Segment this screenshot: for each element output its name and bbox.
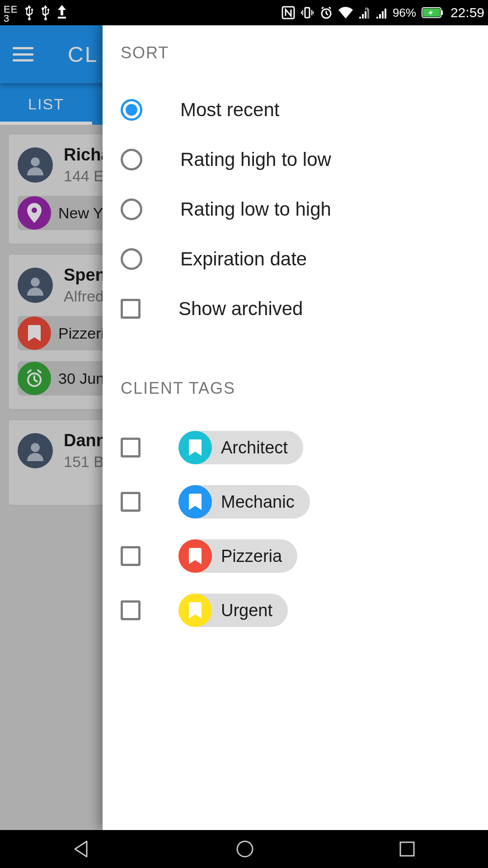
tag-label: Urgent bbox=[221, 601, 272, 620]
usb-icon bbox=[24, 5, 34, 20]
tag-label: Mechanic bbox=[221, 492, 295, 512]
tag-label: Pizzeria bbox=[221, 547, 282, 566]
avatar-icon bbox=[18, 147, 53, 183]
app-title: CL bbox=[68, 42, 98, 67]
tag-filter-architect[interactable]: Architect bbox=[121, 420, 370, 475]
tag-pill: Urgent bbox=[178, 594, 288, 627]
sort-option-label: Rating high to low bbox=[180, 149, 331, 170]
sort-option-rating-high-low[interactable]: Rating high to low bbox=[121, 135, 370, 184]
status-bar: EE 3 R 96% bbox=[0, 0, 370, 25]
carrier-label: EE 3 bbox=[4, 5, 18, 23]
bookmark-icon bbox=[18, 316, 51, 350]
sort-option-expiration-date[interactable]: Expiration date bbox=[121, 234, 370, 284]
sort-option-label: Rating low to high bbox=[180, 198, 331, 220]
radio-icon[interactable] bbox=[121, 198, 142, 220]
tag-pill: Architect bbox=[178, 431, 303, 464]
checkbox-icon[interactable] bbox=[121, 600, 141, 620]
usb-icon bbox=[40, 5, 50, 20]
sort-section-title: SORT bbox=[121, 43, 370, 62]
status-right: R 96% 22:59 bbox=[282, 5, 370, 20]
sort-option-label: Show archived bbox=[178, 298, 303, 320]
carrier-sub: 3 bbox=[4, 14, 18, 23]
location-pin-icon bbox=[18, 196, 51, 230]
bookmark-icon bbox=[178, 539, 212, 573]
tag-filter-pizzeria[interactable]: Pizzeria bbox=[121, 529, 370, 583]
svg-rect-1 bbox=[305, 8, 310, 18]
alarm-icon bbox=[319, 6, 333, 19]
svg-point-8 bbox=[32, 208, 37, 213]
avatar-icon bbox=[18, 433, 53, 468]
sort-option-show-archived[interactable]: Show archived bbox=[121, 284, 370, 334]
radio-icon[interactable] bbox=[121, 99, 142, 121]
filter-drawer: SORT Most recent Rating high to low Rati… bbox=[103, 25, 370, 658]
wifi-icon bbox=[338, 7, 353, 19]
radio-icon[interactable] bbox=[121, 248, 142, 270]
tag-filter-urgent[interactable]: Urgent bbox=[121, 583, 370, 637]
alarm-icon bbox=[18, 362, 51, 395]
tag-label: Architect bbox=[221, 438, 288, 458]
bookmark-icon bbox=[178, 485, 212, 519]
tag-pill: Pizzeria bbox=[178, 539, 297, 573]
sort-option-label: Expiration date bbox=[180, 248, 307, 270]
nfc-icon bbox=[282, 6, 295, 19]
bookmark-icon bbox=[178, 594, 212, 627]
avatar-icon bbox=[18, 268, 53, 303]
tab-list-label: LIST bbox=[28, 95, 64, 113]
svg-point-9 bbox=[31, 278, 40, 287]
bookmark-icon bbox=[178, 431, 212, 464]
sort-option-rating-low-high[interactable]: Rating low to high bbox=[121, 184, 370, 234]
tag-filter-mechanic[interactable]: Mechanic bbox=[121, 475, 370, 529]
checkbox-icon[interactable] bbox=[121, 299, 141, 319]
status-left: EE 3 bbox=[4, 2, 67, 23]
checkbox-icon[interactable] bbox=[121, 546, 141, 566]
svg-text:R: R bbox=[365, 7, 368, 11]
sort-option-most-recent[interactable]: Most recent bbox=[121, 85, 370, 135]
tags-section-title: CLIENT TAGS bbox=[121, 379, 370, 398]
svg-point-7 bbox=[31, 157, 40, 166]
svg-point-11 bbox=[31, 443, 40, 452]
checkbox-icon[interactable] bbox=[121, 438, 141, 458]
vibrate-icon bbox=[300, 6, 314, 19]
sort-option-label: Most recent bbox=[180, 99, 279, 121]
radio-icon[interactable] bbox=[121, 149, 142, 170]
tag-pill: Mechanic bbox=[178, 485, 310, 519]
signal-icon: R bbox=[358, 7, 370, 19]
menu-icon[interactable] bbox=[13, 47, 33, 61]
checkbox-icon[interactable] bbox=[121, 492, 141, 512]
upload-icon bbox=[56, 5, 67, 19]
tab-list[interactable]: LIST bbox=[0, 83, 92, 125]
